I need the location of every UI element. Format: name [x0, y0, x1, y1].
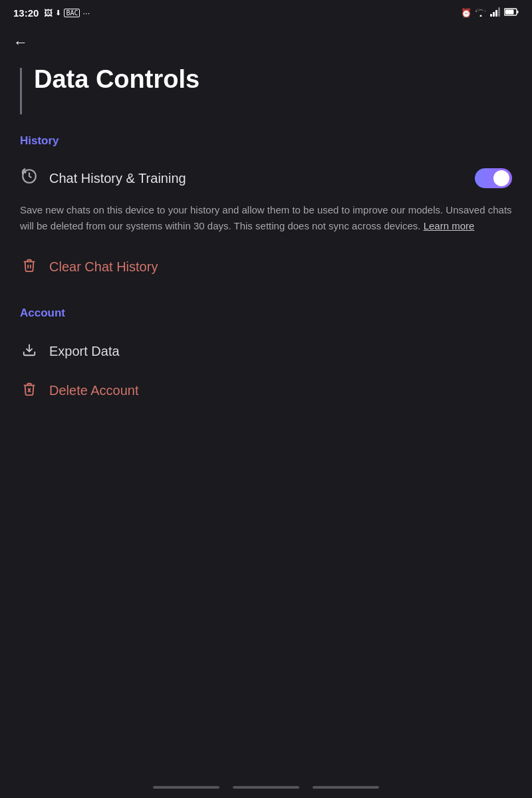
chat-history-row-left: Chat History & Training	[20, 168, 186, 189]
main-content: Data Controls History Chat History & Tra…	[0, 58, 532, 430]
account-section: Account Export Data	[20, 307, 512, 410]
history-section: History Chat History & Training	[20, 134, 512, 287]
download-status-icon: ⬇	[55, 9, 61, 17]
svg-rect-0	[490, 14, 492, 17]
back-arrow-icon: ←	[13, 34, 28, 51]
toggle-thumb	[493, 170, 509, 186]
learn-more-link[interactable]: Learn more	[424, 220, 475, 231]
wifi-icon	[475, 7, 487, 19]
delete-account-label: Delete Account	[49, 383, 139, 398]
clear-chat-history-label: Clear Chat History	[49, 259, 158, 275]
signal-icon	[490, 7, 501, 19]
chat-history-training-row[interactable]: Chat History & Training	[20, 160, 512, 197]
back-button[interactable]: ←	[0, 24, 532, 58]
trash-icon	[20, 258, 39, 276]
alarm-icon: ⏰	[461, 8, 471, 18]
delete-account-row[interactable]: Delete Account	[20, 371, 512, 410]
svg-rect-6	[517, 11, 519, 13]
status-right: ⏰	[461, 7, 519, 19]
export-data-label: Export Data	[49, 344, 120, 359]
clock-history-icon	[20, 168, 39, 189]
history-section-header: History	[20, 134, 512, 148]
trash-x-icon	[20, 382, 39, 400]
download-icon	[20, 342, 39, 360]
toggle-track	[475, 168, 512, 188]
chat-history-label: Chat History & Training	[49, 171, 186, 186]
clear-chat-history-row[interactable]: Clear Chat History	[20, 247, 512, 287]
photo-status-icon: 🖼	[44, 8, 53, 18]
status-left: 13:20 🖼 ⬇ BAC ···	[13, 7, 90, 19]
page-header: Data Controls	[20, 65, 512, 114]
page-title: Data Controls	[34, 65, 200, 95]
status-time: 13:20	[13, 7, 39, 19]
svg-rect-5	[505, 9, 514, 14]
nav-indicator-center	[233, 786, 299, 789]
battery-icon	[504, 8, 519, 18]
accent-bar	[20, 68, 22, 114]
svg-rect-3	[498, 7, 500, 17]
screenshot-status-icon: BAC	[64, 9, 80, 17]
account-section-header: Account	[20, 307, 512, 320]
status-icons-left: 🖼 ⬇ BAC ···	[44, 8, 90, 18]
chat-history-description: Save new chats on this device to your hi…	[20, 197, 512, 247]
bottom-nav	[0, 782, 532, 793]
chat-history-toggle[interactable]	[475, 168, 512, 188]
status-bar: 13:20 🖼 ⬇ BAC ··· ⏰	[0, 0, 532, 24]
svg-rect-1	[493, 12, 495, 17]
nav-indicator-left	[153, 786, 219, 789]
svg-rect-2	[495, 10, 497, 17]
nav-indicator-right	[313, 786, 379, 789]
export-data-row[interactable]: Export Data	[20, 332, 512, 371]
more-status-icon: ···	[82, 8, 90, 18]
